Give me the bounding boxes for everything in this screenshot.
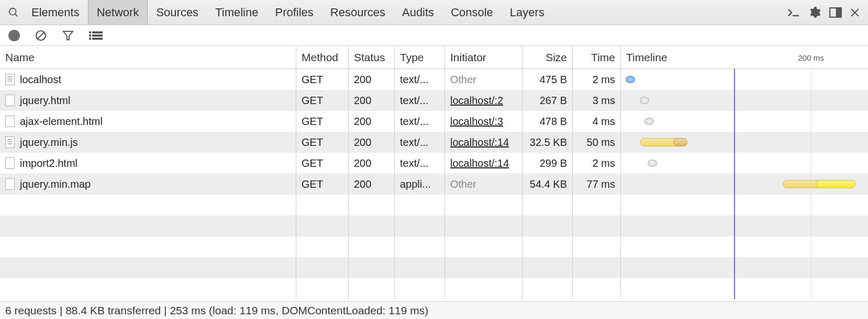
file-icon bbox=[5, 157, 15, 169]
timeline-header-label: Timeline bbox=[626, 51, 667, 64]
file-icon bbox=[5, 95, 15, 106]
domcontentloaded-line bbox=[734, 69, 735, 90]
table-row bbox=[0, 195, 868, 215]
svg-line-1 bbox=[15, 14, 18, 16]
svg-rect-10 bbox=[89, 31, 91, 33]
topbar-right-icons bbox=[787, 6, 864, 19]
clear-icon[interactable] bbox=[35, 29, 47, 42]
request-method: GET bbox=[302, 116, 323, 128]
svg-rect-13 bbox=[92, 35, 103, 37]
request-time: 4 ms bbox=[593, 116, 615, 128]
column-header-status[interactable]: Status bbox=[349, 46, 395, 69]
request-initiator: Other bbox=[450, 74, 476, 86]
overview-toggle-icon[interactable] bbox=[89, 30, 103, 41]
filter-icon[interactable] bbox=[62, 29, 74, 42]
column-header-name[interactable]: Name bbox=[0, 46, 296, 69]
tab-layers[interactable]: Layers bbox=[502, 0, 553, 25]
request-status: 200 bbox=[354, 136, 371, 149]
file-icon bbox=[5, 74, 15, 85]
request-time: 77 ms bbox=[587, 178, 615, 190]
table-row[interactable]: ajax-element.htmlGET200text/...localhost… bbox=[0, 111, 868, 132]
request-size: 475 B bbox=[540, 74, 567, 86]
column-header-size[interactable]: Size bbox=[522, 46, 573, 69]
network-table-header: Name Method Status Type Initiator Size T… bbox=[0, 46, 868, 69]
svg-line-8 bbox=[37, 32, 44, 39]
column-header-initiator[interactable]: Initiator bbox=[445, 46, 522, 69]
table-row[interactable]: jquery.min.mapGET200appli...Other54.4 KB… bbox=[0, 174, 868, 195]
settings-gear-icon[interactable] bbox=[808, 6, 821, 19]
file-icon bbox=[5, 116, 15, 127]
request-method: GET bbox=[302, 136, 323, 149]
tab-audits[interactable]: Audits bbox=[394, 0, 442, 25]
request-size: 478 B bbox=[540, 116, 567, 128]
request-status: 200 bbox=[354, 74, 371, 86]
tab-console[interactable]: Console bbox=[442, 0, 502, 25]
domcontentloaded-line bbox=[734, 215, 735, 236]
request-type: appli... bbox=[400, 178, 431, 190]
request-method: GET bbox=[302, 157, 323, 169]
console-drawer-icon[interactable] bbox=[787, 7, 800, 18]
request-name: jquery.min.js bbox=[20, 136, 78, 149]
request-initiator[interactable]: localhost/:3 bbox=[450, 116, 503, 128]
table-row[interactable]: jquery.min.jsGET200text/...localhost/:14… bbox=[0, 132, 868, 153]
table-row[interactable]: localhostGET200text/...Other475 B2 ms bbox=[0, 69, 868, 90]
dock-side-icon[interactable] bbox=[829, 7, 842, 18]
request-initiator[interactable]: localhost/:14 bbox=[450, 157, 509, 169]
close-icon[interactable] bbox=[850, 8, 860, 17]
request-size: 54.4 KB bbox=[530, 178, 567, 190]
request-method: GET bbox=[302, 95, 323, 107]
request-time: 2 ms bbox=[593, 157, 615, 169]
domcontentloaded-line bbox=[734, 195, 735, 215]
request-name: ajax-element.html bbox=[20, 116, 103, 128]
file-icon bbox=[5, 178, 15, 190]
status-text: 6 requests | 88.4 KB transferred | 253 m… bbox=[5, 304, 428, 317]
request-status: 200 bbox=[354, 116, 371, 128]
tab-sources[interactable]: Sources bbox=[148, 0, 207, 25]
search-icon[interactable] bbox=[4, 7, 23, 18]
svg-rect-14 bbox=[89, 38, 91, 40]
tab-timeline[interactable]: Timeline bbox=[207, 0, 266, 25]
request-size: 267 B bbox=[540, 95, 567, 107]
svg-rect-15 bbox=[92, 38, 103, 40]
request-name: localhost bbox=[20, 74, 61, 86]
column-header-type[interactable]: Type bbox=[395, 46, 445, 69]
timing-dot bbox=[644, 118, 654, 125]
svg-rect-4 bbox=[837, 8, 841, 17]
request-time: 2 ms bbox=[593, 74, 615, 86]
table-row[interactable]: jquery.htmlGET200text/...localhost/:2267… bbox=[0, 90, 868, 111]
domcontentloaded-line bbox=[734, 111, 735, 132]
file-icon bbox=[5, 136, 15, 148]
devtools-tabbar: ElementsNetworkSourcesTimelineProfilesRe… bbox=[0, 0, 868, 25]
timing-dot bbox=[626, 76, 635, 83]
column-header-timeline[interactable]: Timeline 200 ms bbox=[621, 46, 868, 69]
request-initiator[interactable]: localhost/:2 bbox=[450, 95, 503, 107]
tab-resources[interactable]: Resources bbox=[322, 0, 394, 25]
tab-profiles[interactable]: Profiles bbox=[266, 0, 321, 25]
request-initiator[interactable]: localhost/:14 bbox=[450, 136, 509, 149]
domcontentloaded-line bbox=[734, 174, 735, 195]
domcontentloaded-line bbox=[734, 132, 735, 153]
table-row[interactable]: import2.htmlGET200text/...localhost/:142… bbox=[0, 153, 868, 174]
domcontentloaded-line bbox=[734, 90, 735, 111]
column-header-time[interactable]: Time bbox=[573, 46, 621, 69]
timing-bar-receive bbox=[816, 180, 855, 188]
table-row bbox=[0, 236, 868, 257]
table-row bbox=[0, 257, 868, 278]
request-type: text/... bbox=[400, 157, 428, 169]
domcontentloaded-line bbox=[734, 257, 735, 278]
request-name: jquery.min.map bbox=[20, 178, 91, 190]
tab-network[interactable]: Network bbox=[88, 0, 148, 25]
request-time: 50 ms bbox=[587, 136, 615, 149]
request-status: 200 bbox=[354, 95, 371, 107]
column-header-method[interactable]: Method bbox=[296, 46, 349, 69]
timeline-tick-label: 200 ms bbox=[798, 53, 824, 62]
record-button[interactable] bbox=[8, 30, 20, 41]
request-type: text/... bbox=[400, 95, 428, 107]
status-bar: 6 requests | 88.4 KB transferred | 253 m… bbox=[0, 301, 868, 319]
request-time: 3 ms bbox=[593, 95, 615, 107]
timing-dot bbox=[648, 160, 657, 167]
timing-dot bbox=[640, 97, 649, 104]
tab-elements[interactable]: Elements bbox=[23, 0, 88, 25]
request-status: 200 bbox=[354, 178, 371, 190]
table-row bbox=[0, 215, 868, 236]
